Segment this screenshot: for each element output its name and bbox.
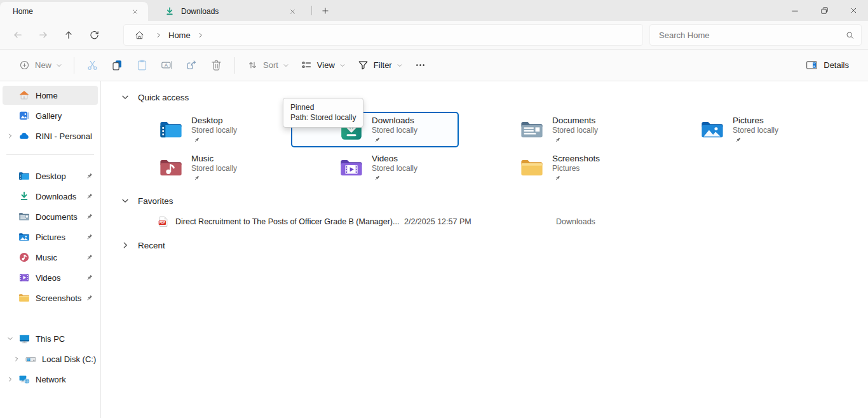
tile-sublabel: Stored locally (191, 126, 237, 135)
rename-button[interactable] (154, 54, 179, 77)
breadcrumb-home[interactable]: Home (168, 30, 191, 40)
sidebar-item-this-pc[interactable]: This PC (3, 329, 98, 348)
share-button[interactable] (179, 54, 204, 77)
up-button[interactable] (56, 24, 81, 46)
sidebar-label: Pictures (36, 233, 85, 242)
address-bar[interactable]: Home (123, 24, 643, 46)
search-input[interactable] (659, 30, 845, 40)
toolbar-divider (74, 57, 74, 74)
sort-button[interactable]: Sort (241, 54, 295, 77)
downloads-icon (18, 191, 31, 202)
sidebar-label: This PC (36, 334, 98, 344)
search-box[interactable] (649, 24, 862, 46)
chevron-down-icon[interactable] (3, 335, 18, 342)
new-button[interactable]: New (13, 54, 68, 77)
home-icon[interactable] (134, 30, 145, 41)
tile-name: Pictures (733, 116, 778, 126)
restore-button[interactable] (810, 0, 839, 21)
close-button[interactable] (839, 0, 868, 21)
quick-access-tile-videos[interactable]: Videos Stored locally (291, 150, 459, 185)
chevron-down-icon (283, 62, 289, 69)
sidebar-label: Videos (36, 273, 85, 283)
sidebar-item-downloads[interactable]: Downloads (3, 187, 98, 206)
chevron-down-icon[interactable] (121, 93, 130, 102)
back-button[interactable] (5, 24, 31, 46)
quick-access-tile-screenshots[interactable]: Screenshots Pictures (471, 150, 639, 185)
chevron-right-icon[interactable] (121, 241, 130, 250)
sidebar-item-documents[interactable]: Documents (3, 207, 98, 226)
file-name: Direct Recruitment to The Posts of Offic… (175, 217, 399, 226)
chevron-down-icon[interactable] (121, 196, 130, 205)
local-disk-icon (24, 353, 37, 365)
delete-button[interactable] (204, 54, 229, 77)
details-button[interactable]: Details (799, 54, 855, 77)
chevron-right-icon[interactable] (9, 356, 24, 362)
section-label: Recent (138, 241, 165, 250)
chevron-right-icon[interactable] (197, 32, 204, 39)
tooltip: Pinned Path: Stored locally (283, 98, 363, 128)
tab-home-label: Home (13, 7, 33, 16)
quick-access-tile-music[interactable]: Music Stored locally (111, 150, 278, 185)
tab-downloads[interactable]: Downloads (151, 2, 306, 21)
pdf-icon (157, 215, 170, 228)
paste-button[interactable] (130, 54, 154, 77)
sidebar-label: Music (36, 253, 85, 262)
favorites-file-row[interactable]: Direct Recruitment to The Posts of Offic… (102, 215, 801, 230)
command-toolbar: New Sort View Filter Details (0, 50, 868, 81)
chevron-right-icon[interactable] (3, 133, 18, 139)
tile-name: Downloads (372, 116, 417, 126)
pin-icon (85, 253, 94, 262)
quick-access-tile-desktop[interactable]: Desktop Stored locally (111, 112, 278, 147)
tab-home[interactable]: Home (0, 2, 148, 21)
sidebar-label: Network (36, 375, 98, 384)
sidebar-item-screenshots[interactable]: Screenshots (3, 288, 98, 307)
desktop-folder-icon (18, 170, 31, 182)
file-explorer-window: Home Downloads Home (0, 0, 868, 418)
pin-icon (374, 175, 381, 182)
chevron-right-icon[interactable] (3, 376, 18, 382)
sidebar-item-desktop[interactable]: Desktop (3, 166, 98, 185)
see-more-button[interactable] (409, 54, 432, 77)
pin-icon (735, 137, 742, 144)
pin-icon (554, 175, 561, 182)
close-tab-icon[interactable] (285, 4, 299, 18)
close-tab-icon[interactable] (128, 4, 142, 18)
filter-button[interactable]: Filter (351, 54, 409, 77)
sidebar-item-network[interactable]: Network (3, 370, 98, 389)
quick-access-tile-pictures[interactable]: Pictures Stored locally (652, 112, 820, 147)
search-icon[interactable] (845, 30, 855, 40)
copy-button[interactable] (105, 54, 130, 77)
music-icon (18, 252, 31, 263)
sidebar-item-local-disk-c[interactable]: Local Disk (C:) (3, 349, 98, 368)
pin-icon (85, 294, 94, 302)
sidebar-item-videos[interactable]: Videos (3, 268, 98, 287)
filter-label: Filter (374, 60, 392, 70)
sidebar-label: Home (36, 91, 98, 100)
toolbar-divider (234, 57, 235, 74)
cut-button[interactable] (80, 54, 105, 77)
documents-folder-icon (520, 118, 544, 142)
tile-name: Videos (372, 154, 417, 164)
pin-icon (554, 137, 561, 144)
file-location: Downloads (556, 217, 595, 226)
quick-access-tile-documents[interactable]: Documents Stored locally (471, 112, 639, 147)
forward-button[interactable] (31, 24, 56, 46)
sidebar: Home Gallery RINI - Personal Desktop (0, 81, 101, 418)
new-tab-button[interactable] (318, 3, 333, 18)
sidebar-item-home[interactable]: Home (3, 86, 98, 105)
view-button[interactable]: View (295, 54, 351, 77)
navigation-bar: Home (0, 21, 868, 50)
network-icon (18, 374, 31, 386)
sidebar-item-music[interactable]: Music (3, 248, 98, 267)
tile-sublabel: Stored locally (372, 164, 417, 173)
section-label: Quick access (138, 93, 189, 102)
chevron-right-icon[interactable] (155, 32, 162, 39)
tile-name: Desktop (191, 116, 237, 126)
minimize-button[interactable] (780, 0, 810, 21)
sidebar-item-onedrive[interactable]: RINI - Personal (3, 126, 98, 145)
refresh-button[interactable] (81, 24, 107, 46)
tile-sublabel: Stored locally (191, 164, 237, 173)
sidebar-item-gallery[interactable]: Gallery (3, 106, 98, 125)
tile-name: Documents (552, 116, 598, 126)
sidebar-item-pictures[interactable]: Pictures (3, 227, 98, 246)
